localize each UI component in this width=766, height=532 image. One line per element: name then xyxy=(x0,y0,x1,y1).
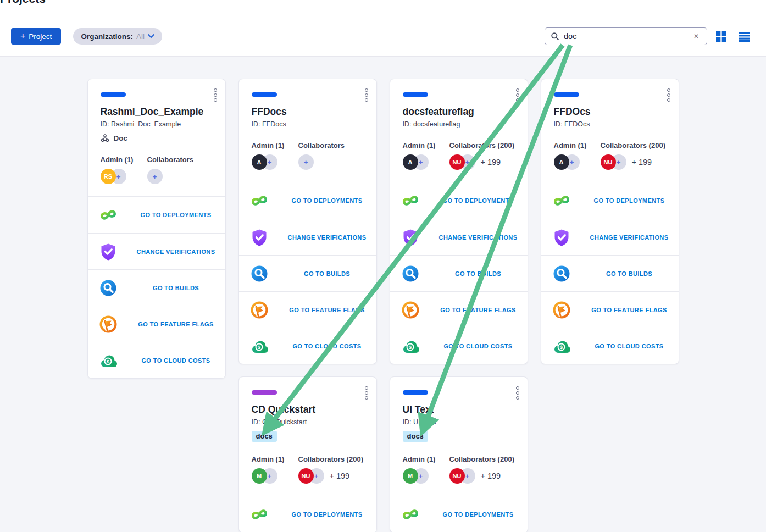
change-verifications-link[interactable]: CHANGE VERIFICATIONS xyxy=(582,234,679,241)
feature-flags-icon xyxy=(239,300,280,320)
project-id: ID: UI_Text xyxy=(403,418,515,426)
cloud-costs-icon xyxy=(88,351,129,370)
action-row-cloud-costs[interactable]: GO TO CLOUD COSTS xyxy=(541,328,679,364)
list-view-icon[interactable] xyxy=(739,31,750,42)
action-row-verifications[interactable]: CHANGE VERIFICATIONS xyxy=(390,219,528,255)
avatar: NU xyxy=(449,468,465,484)
card-color-bar xyxy=(403,92,428,97)
collaborators-label: Collaborators (200) xyxy=(601,141,667,149)
action-row-cloud-costs[interactable]: GO TO CLOUD COSTS xyxy=(239,328,376,364)
project-id: ID: Rashmi_Doc_Example xyxy=(101,120,213,128)
go-to-deployments-link[interactable]: GO TO DEPLOYMENTS xyxy=(431,197,528,204)
project-card-ffdocs[interactable]: FFDocs ID: FFDocs Admin (1) A + Collabor… xyxy=(238,79,377,364)
action-row-deployments[interactable]: GO TO DEPLOYMENTS xyxy=(390,182,528,219)
project-name: FFDOcs xyxy=(554,106,667,118)
card-menu-icon[interactable] xyxy=(514,385,521,401)
feature-flags-icon xyxy=(88,314,129,334)
action-row-feature-flags[interactable]: GO TO FEATURE FLAGS xyxy=(390,291,528,328)
action-row-builds[interactable]: GO TO BUILDS xyxy=(390,255,528,291)
avatar: A xyxy=(252,154,267,170)
project-card-ui-text[interactable]: UI Text ID: UI_Text docs Admin (1) M + xyxy=(390,376,528,532)
cloud-costs-icon xyxy=(239,336,280,356)
search-box[interactable]: ✕ xyxy=(545,27,707,45)
action-row-deployments[interactable]: GO TO DEPLOYMENTS xyxy=(541,182,679,219)
change-verifications-link[interactable]: CHANGE VERIFICATIONS xyxy=(280,234,376,241)
collaborators-label: Collaborators xyxy=(147,156,213,164)
collaborators-label: Collaborators (200) xyxy=(449,141,515,149)
verify-shield-icon xyxy=(390,228,431,247)
action-row-builds[interactable]: GO TO BUILDS xyxy=(541,255,679,291)
action-row-deployments[interactable]: GO TO DEPLOYMENTS xyxy=(239,496,376,532)
feature-flags-icon xyxy=(390,300,431,320)
new-project-button[interactable]: + Project xyxy=(11,28,61,45)
collaborators-label: Collaborators (200) xyxy=(298,455,364,463)
search-input[interactable] xyxy=(564,32,687,41)
action-row-deployments[interactable]: GO TO DEPLOYMENTS xyxy=(390,496,528,532)
change-verifications-link[interactable]: CHANGE VERIFICATIONS xyxy=(129,248,225,255)
go-to-cloud-costs-link[interactable]: GO TO CLOUD COSTS xyxy=(582,343,679,350)
page-title: Projects xyxy=(0,0,46,5)
card-menu-icon[interactable] xyxy=(363,385,370,401)
action-row-builds[interactable]: GO TO BUILDS xyxy=(239,255,376,291)
add-collaborator-button[interactable]: + xyxy=(298,154,314,170)
toolbar: + Project Organizations: All ✕ xyxy=(0,16,766,57)
new-project-label: Project xyxy=(29,32,52,41)
action-row-deployments[interactable]: GO TO DEPLOYMENTS xyxy=(88,197,225,233)
go-to-cloud-costs-link[interactable]: GO TO CLOUD COSTS xyxy=(280,343,376,350)
avatar: RS xyxy=(101,169,116,184)
go-to-feature-flags-link[interactable]: GO TO FEATURE FLAGS xyxy=(129,321,225,328)
go-to-cloud-costs-link[interactable]: GO TO CLOUD COSTS xyxy=(129,357,225,364)
action-row-feature-flags[interactable]: GO TO FEATURE FLAGS xyxy=(239,291,376,328)
plus-icon: + xyxy=(20,32,25,41)
go-to-builds-link[interactable]: GO TO BUILDS xyxy=(582,270,679,277)
action-row-deployments[interactable]: GO TO DEPLOYMENTS xyxy=(239,182,376,219)
collaborators-overflow-count: + 199 xyxy=(481,158,501,167)
organization-name: Doc xyxy=(114,134,128,142)
card-menu-icon[interactable] xyxy=(514,87,521,103)
project-id: ID: FFDocs xyxy=(252,120,364,128)
organizations-filter-dropdown[interactable]: Organizations: All xyxy=(73,28,162,45)
grid-view-icon[interactable] xyxy=(716,31,726,42)
go-to-feature-flags-link[interactable]: GO TO FEATURE FLAGS xyxy=(280,307,376,313)
action-row-cloud-costs[interactable]: GO TO CLOUD COSTS xyxy=(88,342,225,378)
ci-builds-icon xyxy=(88,278,129,298)
project-card-docsfeatureflag[interactable]: docsfeatureflag ID: docsfeatureflag Admi… xyxy=(390,79,528,364)
cd-pipelines-icon xyxy=(239,505,280,524)
collaborators-overflow-count: + 199 xyxy=(481,472,501,480)
go-to-deployments-link[interactable]: GO TO DEPLOYMENTS xyxy=(129,212,225,218)
organization-icon xyxy=(101,134,109,142)
cd-pipelines-icon xyxy=(88,205,129,225)
action-row-verifications[interactable]: CHANGE VERIFICATIONS xyxy=(239,219,376,255)
action-row-feature-flags[interactable]: GO TO FEATURE FLAGS xyxy=(541,291,679,328)
clear-search-icon[interactable]: ✕ xyxy=(691,31,701,41)
go-to-deployments-link[interactable]: GO TO DEPLOYMENTS xyxy=(582,197,679,204)
card-menu-icon[interactable] xyxy=(665,87,672,103)
action-row-verifications[interactable]: CHANGE VERIFICATIONS xyxy=(541,219,679,255)
go-to-deployments-link[interactable]: GO TO DEPLOYMENTS xyxy=(431,511,528,518)
action-row-cloud-costs[interactable]: GO TO CLOUD COSTS xyxy=(390,328,528,364)
admin-label: Admin (1) xyxy=(252,455,298,463)
go-to-deployments-link[interactable]: GO TO DEPLOYMENTS xyxy=(280,197,376,204)
change-verifications-link[interactable]: CHANGE VERIFICATIONS xyxy=(431,234,528,241)
go-to-builds-link[interactable]: GO TO BUILDS xyxy=(129,285,225,291)
admin-label: Admin (1) xyxy=(403,141,449,149)
go-to-deployments-link[interactable]: GO TO DEPLOYMENTS xyxy=(280,511,376,518)
project-card-rashmi-doc-example[interactable]: Rashmi_Doc_Example ID: Rashmi_Doc_Exampl… xyxy=(87,79,226,379)
go-to-builds-link[interactable]: GO TO BUILDS xyxy=(431,270,528,277)
go-to-cloud-costs-link[interactable]: GO TO CLOUD COSTS xyxy=(431,343,528,350)
card-color-bar xyxy=(403,390,428,395)
card-menu-icon[interactable] xyxy=(212,87,219,103)
action-row-verifications[interactable]: CHANGE VERIFICATIONS xyxy=(88,233,225,269)
project-card-cd-quickstart[interactable]: CD Quickstart ID: CD_Quickstart docs Adm… xyxy=(238,376,377,532)
action-row-feature-flags[interactable]: GO TO FEATURE FLAGS xyxy=(88,306,225,342)
action-row-builds[interactable]: GO TO BUILDS xyxy=(88,269,225,306)
go-to-feature-flags-link[interactable]: GO TO FEATURE FLAGS xyxy=(582,307,679,313)
verify-shield-icon xyxy=(541,228,582,247)
avatar: M xyxy=(403,468,418,484)
card-menu-icon[interactable] xyxy=(363,87,370,103)
project-card-ffdocs2[interactable]: FFDOcs ID: FFDOcs Admin (1) A + Collabor… xyxy=(541,79,679,364)
admin-label: Admin (1) xyxy=(554,141,601,149)
add-collaborator-button[interactable]: + xyxy=(147,169,163,184)
go-to-builds-link[interactable]: GO TO BUILDS xyxy=(280,270,376,277)
go-to-feature-flags-link[interactable]: GO TO FEATURE FLAGS xyxy=(431,307,528,313)
